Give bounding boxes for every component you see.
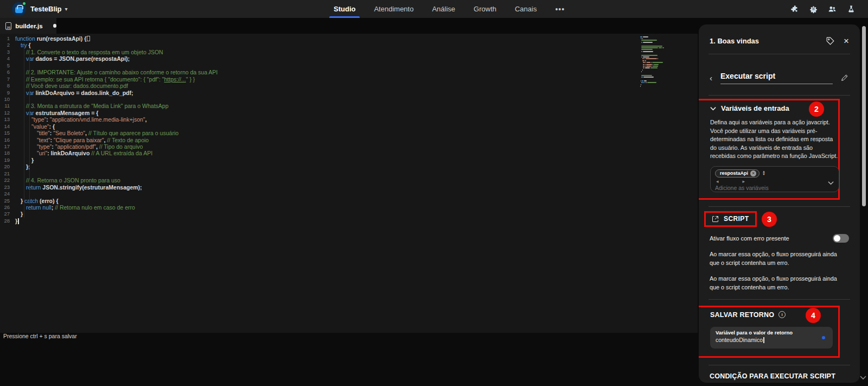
line-number: 9 xyxy=(0,90,15,96)
line-number: 22 xyxy=(0,177,15,183)
file-tab-builder-js[interactable]: JS builder.js xyxy=(0,18,56,34)
code-line[interactable]: 16"text": "Clique para baixar", // Texto… xyxy=(0,137,698,143)
code-line[interactable]: 12var estruturaMensagem = { xyxy=(0,110,698,116)
nav-tab-canais[interactable]: Canais xyxy=(515,0,537,18)
code-line[interactable]: 24 xyxy=(0,191,698,197)
code-line[interactable]: 27} xyxy=(0,211,698,217)
code-line[interactable]: 21 xyxy=(0,170,698,177)
code-line[interactable]: 8// Você deve usar: dados.documento.pdf xyxy=(0,83,698,89)
error-flow-toggle[interactable] xyxy=(833,234,849,243)
line-number: 12 xyxy=(0,110,15,116)
line-number: 1 xyxy=(0,35,15,42)
file-tab-label: builder.js xyxy=(15,23,43,29)
script-button-label: SCRIPT xyxy=(724,215,749,223)
code-line[interactable]: 22// 4. Retorna o JSON pronto para uso xyxy=(0,177,698,183)
org-name: TesteBlip xyxy=(30,5,62,13)
code-line[interactable]: 26return null; // Retorna nulo em caso d… xyxy=(0,204,698,211)
variables-input[interactable]: respostaApi × ▲▼ ◂ ▸ Adicione as variáve… xyxy=(710,166,839,192)
variables-dropdown-icon[interactable] xyxy=(828,178,834,187)
code-line[interactable]: 2try { xyxy=(0,42,698,48)
users-icon[interactable] xyxy=(827,4,837,14)
error-toggle-row: Ativar fluxo com erro presente xyxy=(710,234,849,243)
text-cursor xyxy=(763,337,764,343)
sort-handle-icon[interactable]: ▲▼ xyxy=(762,170,765,176)
line-number: 10 xyxy=(0,96,15,103)
nav-tab-atendimento[interactable]: Atendimento xyxy=(374,0,413,18)
tag-icon[interactable] xyxy=(826,36,835,46)
validation-dot xyxy=(822,336,825,339)
return-variable-value: conteudoDinamico xyxy=(716,337,827,343)
annotation-badge-4: 4 xyxy=(806,308,821,323)
main-nav: Studio Atendimento Análise Growth Canais… xyxy=(334,0,565,18)
code-line[interactable]: 6// 2. IMPORTANTE: Ajuste o caminho abai… xyxy=(0,69,698,75)
code-line[interactable]: 1function run(respostaApi) { xyxy=(0,35,698,42)
code-line[interactable]: 14"value": { xyxy=(0,123,698,130)
code-editor[interactable]: 1function run(respostaApi) {2try {3// 1.… xyxy=(0,34,698,333)
code-line[interactable]: 18"uri": linkDoArquivo // A URL extraída… xyxy=(0,150,698,156)
action-name-field[interactable]: Executar script xyxy=(720,71,833,84)
line-number: 24 xyxy=(0,191,15,197)
code-line[interactable]: 17"type": "application/pdf", // Tipo do … xyxy=(0,143,698,150)
code-line[interactable]: 3// 1. Converte o texto da resposta em u… xyxy=(0,49,698,55)
nav-tab-growth[interactable]: Growth xyxy=(474,0,496,18)
pencil-icon[interactable] xyxy=(840,73,849,82)
line-number: 6 xyxy=(0,69,15,75)
variable-chip[interactable]: respostaApi × xyxy=(715,169,760,178)
line-number: 8 xyxy=(0,83,15,89)
info-icon[interactable]: i xyxy=(778,311,786,318)
condition-section-subtitle: Adicionar condições para execução do scr… xyxy=(710,383,849,383)
chips-prev-icon[interactable]: ◂ xyxy=(716,179,719,184)
code-line[interactable]: 20}; xyxy=(0,163,698,170)
line-number: 25 xyxy=(0,198,15,204)
code-line[interactable]: 15"title": "Seu Boleto", // Título que a… xyxy=(0,130,698,136)
indent-guide xyxy=(24,42,24,218)
code-line[interactable]: 9var linkDoArquivo = dados.link_do_pdf; xyxy=(0,90,698,96)
nav-tab-studio[interactable]: Studio xyxy=(334,0,355,18)
code-line[interactable]: 4var dados = JSON.parse(respostaApi); xyxy=(0,55,698,62)
code-line[interactable]: 5 xyxy=(0,62,698,69)
line-number: 18 xyxy=(0,150,15,156)
code-line[interactable]: 13"type": "application/vnd.lime.media-li… xyxy=(0,116,698,123)
variables-section-title: Variáveis de entrada xyxy=(721,104,789,112)
divider xyxy=(709,365,850,365)
org-avatar xyxy=(12,2,26,16)
code-line[interactable]: 23return JSON.stringify(estruturaMensage… xyxy=(0,184,698,191)
open-script-button[interactable]: SCRIPT xyxy=(711,215,749,223)
chevron-down-icon xyxy=(710,106,716,111)
minimap[interactable] xyxy=(640,36,676,87)
panel-scrollbar[interactable] xyxy=(862,26,866,206)
line-number: 26 xyxy=(0,204,15,211)
line-number: 21 xyxy=(0,170,15,177)
nav-tab-analise[interactable]: Análise xyxy=(432,0,455,18)
code-line[interactable]: 25} catch (erro) { xyxy=(0,198,698,204)
code-line[interactable]: 10 xyxy=(0,96,698,103)
remove-variable-icon[interactable]: × xyxy=(750,170,756,176)
puzzle-icon[interactable] xyxy=(789,4,799,14)
unsaved-changes-dot[interactable] xyxy=(53,24,56,28)
code-line[interactable]: 11// 3. Monta a estrutura de "Media Link… xyxy=(0,103,698,109)
panel-header: 1. Boas vindas × xyxy=(710,36,849,46)
line-number: 19 xyxy=(0,157,15,163)
gear-icon[interactable] xyxy=(808,4,818,14)
online-status-dot xyxy=(22,1,27,6)
divider xyxy=(709,54,850,54)
annotation-badge-2: 2 xyxy=(809,102,824,117)
return-variable-input[interactable]: Variável para o valor de retorno conteud… xyxy=(710,327,833,349)
line-number: 23 xyxy=(0,184,15,191)
chevron-left-icon[interactable]: ‹ xyxy=(710,73,720,83)
code-line[interactable]: 28} xyxy=(0,218,698,224)
line-number: 13 xyxy=(0,116,15,123)
nav-more-button[interactable]: ••• xyxy=(555,5,565,14)
action-title-row: ‹ Executar script xyxy=(710,71,849,84)
scroll-down-icon[interactable] xyxy=(860,372,866,382)
error-toggle-label: Ativar fluxo com erro presente xyxy=(710,235,833,242)
annotation-box-4: 4 SALVAR RETORNO i Variável para o valor… xyxy=(699,306,840,358)
variables-placeholder: Adicione as variáveis xyxy=(715,185,834,191)
close-icon[interactable]: × xyxy=(844,36,849,46)
code-line[interactable]: 7// Exemplo: se sua API retorna { "docum… xyxy=(0,76,698,83)
flask-icon[interactable] xyxy=(846,4,856,14)
line-number: 4 xyxy=(0,55,15,62)
chips-next-icon[interactable]: ▸ xyxy=(743,179,745,184)
code-line[interactable]: 19} xyxy=(0,157,698,163)
org-switcher[interactable]: TesteBlip ▾ xyxy=(12,2,68,16)
